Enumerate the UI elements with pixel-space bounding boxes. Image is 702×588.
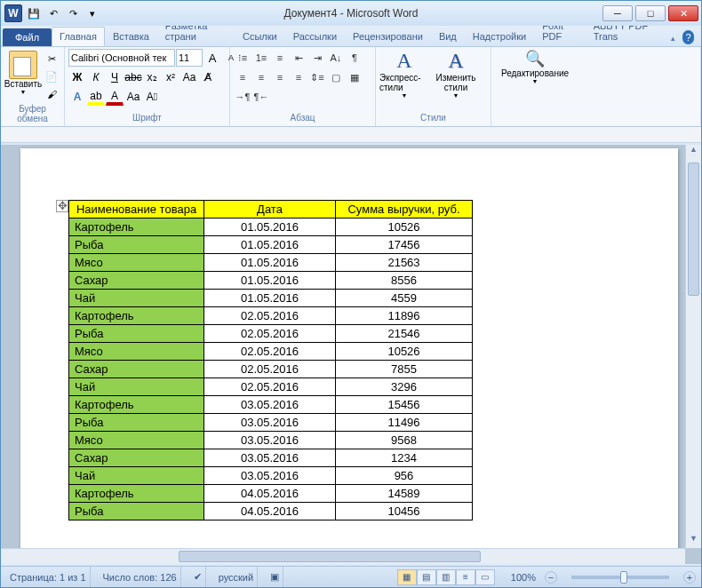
zoom-slider-thumb[interactable] [620, 571, 627, 584]
table-cell[interactable]: Рыба [69, 325, 204, 343]
table-row[interactable]: Чай03.05.2016956 [69, 467, 473, 485]
zoom-slider[interactable] [571, 576, 669, 579]
table-cell[interactable]: Мясо [69, 343, 204, 361]
horizontal-scrollbar[interactable] [1, 548, 685, 564]
underline-button[interactable]: Ч [106, 68, 124, 86]
enclose-char-button[interactable]: A⃝ [143, 88, 161, 106]
outline-view-button[interactable]: ≡ [456, 569, 475, 585]
table-row[interactable]: Картофель01.05.201610526 [69, 219, 473, 236]
table-cell[interactable]: 10456 [336, 503, 473, 520]
rtl-button[interactable]: ¶← [252, 88, 270, 106]
ribbon-minimize-icon[interactable]: ▴ [671, 34, 675, 43]
macro-icon[interactable]: ▣ [267, 567, 283, 587]
italic-button[interactable]: К [87, 68, 105, 86]
table-cell[interactable]: 10526 [336, 219, 473, 236]
table-cell[interactable]: 3296 [336, 378, 473, 396]
table-row[interactable]: Чай01.05.20164559 [69, 290, 473, 307]
table-cell[interactable]: 1234 [336, 449, 473, 467]
table-cell[interactable]: 8556 [336, 272, 473, 290]
table-row[interactable]: Картофель03.05.201615456 [69, 396, 473, 414]
align-left-button[interactable]: ≡ [234, 68, 251, 86]
tab-вставка[interactable]: Вставка [105, 27, 157, 46]
table-cell[interactable]: 11896 [336, 307, 473, 325]
table-cell[interactable]: Чай [69, 467, 204, 485]
table-cell[interactable]: 11496 [336, 414, 473, 432]
font-size-input[interactable] [176, 49, 203, 67]
print-layout-view-button[interactable]: ▦ [397, 569, 417, 585]
char-shading-button[interactable]: Aa [124, 88, 142, 106]
zoom-level[interactable]: 100% [511, 572, 536, 583]
table-cell[interactable]: 01.05.2016 [204, 272, 336, 290]
table-cell[interactable]: 03.05.2016 [204, 432, 336, 449]
close-button[interactable]: ✕ [668, 5, 698, 21]
copy-icon[interactable]: 📄 [44, 68, 60, 84]
table-cell[interactable]: Картофель [69, 485, 204, 503]
editing-button[interactable]: 🔍 Редактирование ▼ [495, 49, 575, 84]
table-header[interactable]: Дата [204, 201, 336, 219]
scroll-down-icon[interactable]: ▼ [686, 534, 701, 548]
numbering-button[interactable]: 1≡ [252, 49, 270, 67]
table-row[interactable]: Рыба03.05.201611496 [69, 414, 473, 432]
table-cell[interactable]: Картофель [69, 307, 204, 325]
paste-button[interactable]: Вставить ▼ [4, 49, 42, 95]
web-view-button[interactable]: ▥ [436, 569, 456, 585]
proofing-icon[interactable]: ✔ [190, 567, 206, 587]
table-cell[interactable]: Рыба [69, 414, 204, 432]
scrollbar-thumb[interactable] [179, 551, 481, 562]
bold-button[interactable]: Ж [68, 68, 86, 86]
table-cell[interactable]: Мясо [69, 254, 204, 272]
zoom-out-button[interactable]: − [545, 571, 557, 584]
table-cell[interactable]: 04.05.2016 [204, 503, 336, 520]
table-move-handle-icon[interactable]: ✥ [56, 200, 68, 212]
show-marks-button[interactable]: ¶ [346, 49, 363, 67]
table-cell[interactable]: 03.05.2016 [204, 396, 336, 414]
font-name-input[interactable] [68, 49, 175, 67]
status-page[interactable]: Страница: 1 из 1 [6, 567, 91, 587]
subscript-button[interactable]: x₂ [143, 68, 161, 86]
table-cell[interactable]: 02.05.2016 [204, 361, 336, 378]
scroll-up-icon[interactable]: ▲ [686, 145, 701, 159]
table-cell[interactable]: 02.05.2016 [204, 378, 336, 396]
multilevel-button[interactable]: ≡ [271, 49, 289, 67]
tab-ссылки[interactable]: Ссылки [235, 27, 285, 46]
tab-главная[interactable]: Главная [52, 27, 105, 46]
table-row[interactable]: Чай02.05.20163296 [69, 378, 473, 396]
zoom-in-button[interactable]: + [683, 571, 696, 584]
borders-button[interactable]: ▦ [346, 68, 363, 86]
table-cell[interactable]: 04.05.2016 [204, 485, 336, 503]
scrollbar-thumb[interactable] [688, 163, 699, 296]
table-cell[interactable]: 03.05.2016 [204, 449, 336, 467]
table-cell[interactable]: Рыба [69, 236, 204, 254]
highlight-button[interactable]: ab [87, 88, 105, 106]
tab-рецензировани[interactable]: Рецензировани [345, 27, 431, 46]
format-painter-icon[interactable]: 🖌 [44, 86, 60, 102]
table-cell[interactable]: 4559 [336, 290, 473, 307]
table-cell[interactable]: Чай [69, 378, 204, 396]
status-words[interactable]: Число слов: 126 [100, 567, 181, 587]
increase-indent-button[interactable]: ⇥ [308, 49, 326, 67]
table-cell[interactable]: 7855 [336, 361, 473, 378]
table-row[interactable]: Рыба01.05.201617456 [69, 236, 473, 254]
sort-button[interactable]: A↓ [327, 49, 345, 67]
shading-button[interactable]: ▢ [327, 68, 345, 86]
cut-icon[interactable]: ✂ [44, 51, 60, 67]
font-color-button[interactable]: A [106, 88, 124, 106]
draft-view-button[interactable]: ▭ [475, 569, 495, 585]
table-cell[interactable]: Сахар [69, 272, 204, 290]
table-cell[interactable]: 03.05.2016 [204, 467, 336, 485]
document-page[interactable]: ✥ Наименование товараДатаСумма выручки, … [20, 148, 678, 564]
table-header[interactable]: Наименование товара [69, 201, 204, 219]
table-row[interactable]: Сахар01.05.20168556 [69, 272, 473, 290]
reading-view-button[interactable]: ▤ [417, 569, 436, 585]
quick-styles-button[interactable]: A Экспресс-стили ▼ [379, 49, 429, 99]
grow-font-icon[interactable]: A [203, 49, 221, 67]
text-effects-button[interactable]: A [68, 88, 86, 106]
table-row[interactable]: Рыба04.05.201610456 [69, 503, 473, 520]
table-cell[interactable]: 01.05.2016 [204, 290, 336, 307]
align-center-button[interactable]: ≡ [252, 68, 270, 86]
table-cell[interactable]: Сахар [69, 361, 204, 378]
minimize-button[interactable]: ─ [602, 5, 633, 21]
table-cell[interactable]: 03.05.2016 [204, 414, 336, 432]
table-cell[interactable]: Картофель [69, 219, 204, 236]
superscript-button[interactable]: x² [162, 68, 179, 86]
